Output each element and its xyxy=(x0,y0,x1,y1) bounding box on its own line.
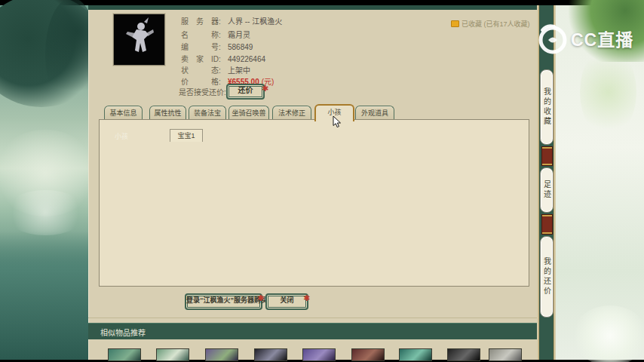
favorite-text: 已收藏 (已有17人收藏) xyxy=(462,20,530,28)
character-portrait xyxy=(113,14,165,66)
status-field: 状 态:上架中 xyxy=(181,64,250,74)
flower-art xyxy=(572,305,644,362)
server-value: 人界 -- 江枫渔火 xyxy=(228,17,282,26)
recommend-item-thumbnail[interactable] xyxy=(205,348,238,361)
bargain-label: 是否接受还价: xyxy=(179,86,226,97)
name-label: 名 称: xyxy=(181,29,225,40)
cc-live-logo-text: CC直播 xyxy=(571,26,633,51)
recommend-item-thumbnail[interactable] xyxy=(489,348,522,361)
tab-appearance[interactable]: 外观道具 xyxy=(355,106,394,120)
recommend-item-thumbnail[interactable] xyxy=(351,348,385,361)
water-art xyxy=(0,232,88,360)
left-landscape-art xyxy=(0,5,88,360)
login-server-buy-button[interactable]: 登录“江枫渔火”服务器购买 xyxy=(185,293,262,310)
seller-value: 449226464 xyxy=(228,55,265,63)
seller-label: 卖 家 ID: xyxy=(181,53,225,64)
tab-spells[interactable]: 法术修正 xyxy=(272,106,311,120)
page-header-strip xyxy=(88,5,537,10)
recommend-item-thumbnail[interactable] xyxy=(399,348,432,361)
section-divider xyxy=(88,318,537,318)
mist-art xyxy=(4,190,87,235)
sidebar-ornament xyxy=(541,146,553,166)
recommend-item-thumbnail[interactable] xyxy=(447,348,480,361)
tab-mounts-pets[interactable]: 坐骑召唤兽 xyxy=(228,106,269,120)
red-seal-icon: ✱ xyxy=(303,294,310,302)
right-landscape-art xyxy=(556,5,644,360)
server-label: 服 务 器: xyxy=(181,15,225,26)
leaf-art-light xyxy=(580,47,636,137)
mouse-cursor xyxy=(333,116,342,131)
tab-attributes[interactable]: 属性抗性 xyxy=(149,106,186,120)
child-section-title: 小孩 xyxy=(115,131,128,141)
sidebar-footprints-button[interactable]: 足迹 xyxy=(540,167,554,213)
close-button[interactable]: 关闭 xyxy=(265,293,308,310)
favorite-icon xyxy=(451,20,459,27)
similar-items-title: 相似物品推荐 xyxy=(100,327,146,338)
sidebar-ornament xyxy=(541,214,553,235)
red-seal-icon: ✱ xyxy=(262,84,268,93)
baby1-subtab[interactable]: 宝宝1 xyxy=(170,129,203,142)
status-value: 上架中 xyxy=(228,66,250,75)
name-value: 霜月灵 xyxy=(228,31,250,39)
similar-items-bar xyxy=(88,323,537,339)
bargain-button[interactable]: 还价 xyxy=(226,84,265,100)
price-label: 价 格: xyxy=(181,75,225,87)
id-label: 编 号: xyxy=(181,41,225,52)
screenshot-stage: 服 务 器:人界 -- 江枫渔火 名 称:霜月灵 编 号:586849 卖 家 … xyxy=(0,0,644,362)
seller-field: 卖 家 ID:449226464 xyxy=(181,53,265,63)
id-field: 编 号:586849 xyxy=(181,41,253,51)
sidebar-my-favorites-button[interactable]: 我的收藏 xyxy=(540,69,554,145)
tab-equipment[interactable]: 装备法宝 xyxy=(189,106,226,120)
name-field: 名 称:霜月灵 xyxy=(181,29,250,38)
recommend-item-thumbnail[interactable] xyxy=(108,348,141,361)
id-value: 586849 xyxy=(228,43,253,51)
recommend-item-thumbnail[interactable] xyxy=(156,348,189,361)
tab-basic-info[interactable]: 基本信息 xyxy=(104,106,143,120)
recommend-item-thumbnail[interactable] xyxy=(254,348,287,361)
favorite-status: 已收藏 (已有17人收藏) xyxy=(451,19,530,28)
red-seal-icon: ✱ xyxy=(257,294,264,302)
sidebar-my-bargains-button[interactable]: 我的还价 xyxy=(540,236,554,318)
child-tab-panel xyxy=(99,119,529,287)
recommend-item-thumbnail[interactable] xyxy=(302,348,336,361)
status-label: 状 态: xyxy=(181,64,225,75)
server-field: 服 务 器:人界 -- 江枫渔火 xyxy=(181,15,282,25)
